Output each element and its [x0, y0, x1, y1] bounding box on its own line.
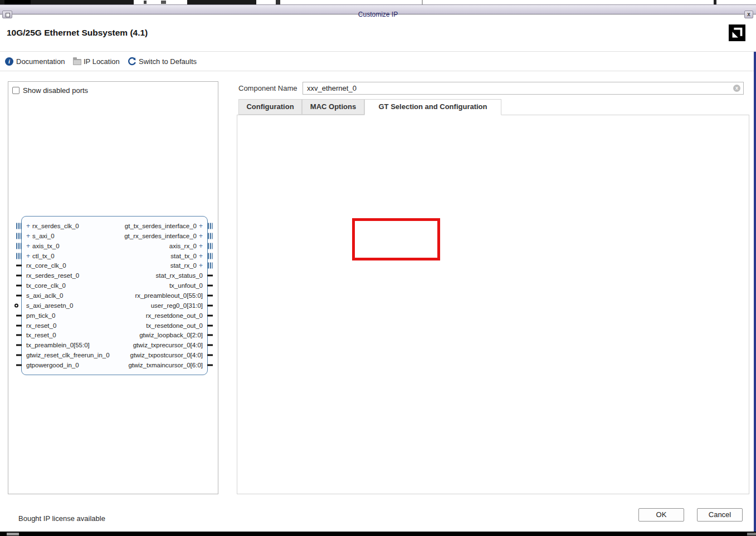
close-icon[interactable]: x — [744, 11, 753, 18]
left-port-stub-icon — [16, 265, 22, 267]
ip-symbol-panel: Show disabled ports +rx_serdes_clk_0+s_a… — [8, 81, 218, 494]
cancel-button[interactable]: Cancel — [697, 508, 743, 522]
right-port-stub-icon — [208, 243, 213, 249]
port-label: gtwiz_loopback_0[2:0] — [139, 332, 203, 338]
port-label: stat_tx_0 — [170, 253, 197, 259]
port-label: stat_rx_status_0 — [156, 272, 203, 279]
port-label: tx_resetdone_out_0 — [146, 322, 203, 329]
component-name-field[interactable]: x — [303, 82, 744, 95]
background-fragment — [7, 533, 19, 535]
port-row-tx_unfout_0: tx_unfout_0 — [22, 281, 207, 291]
right-port-stub-icon — [207, 315, 213, 317]
license-status-text: Bought IP license available — [18, 514, 105, 523]
port-label: gtwiz_txmaincursor_0[6:0] — [128, 362, 203, 368]
left-port-stub-icon — [16, 335, 22, 336]
port-row-gtwiz_txprecursor_0[4:0]: gtwiz_txprecursor_0[4:0] — [22, 340, 207, 350]
right-port-stub-icon — [208, 263, 213, 269]
port-row-gtwiz_txmaincursor_0[6:0]: gtwiz_txmaincursor_0[6:0] — [22, 360, 207, 370]
customize-ip-dialog: Customize IP x 10G/25G Ethernet Subsyste… — [0, 0, 756, 536]
background-fragment — [747, 533, 756, 535]
port-row-gt_rx_serdes_interface_0: gt_rx_serdes_interface_0+ — [22, 231, 207, 241]
right-port-stub-icon — [207, 285, 213, 287]
right-port-stub-icon — [207, 275, 213, 277]
divider — [0, 71, 756, 71]
port-label: axis_rx_0 — [169, 243, 197, 249]
clear-icon[interactable]: x — [733, 85, 740, 92]
background-fragment — [0, 0, 256, 4]
left-port-stub-icon — [16, 233, 21, 239]
port-label: gt_rx_serdes_interface_0 — [124, 233, 197, 239]
ip-block-diagram[interactable]: +rx_serdes_clk_0+s_axi_0+axis_tx_0+ctl_t… — [21, 216, 208, 375]
port-label: gt_tx_serdes_interface_0 — [125, 223, 197, 229]
port-label: rx_resetdone_out_0 — [146, 312, 203, 319]
left-port-stub-icon — [16, 345, 22, 346]
right-port-stub-icon — [207, 355, 213, 356]
background-fragment — [422, 0, 423, 4]
background-taskbar-strip — [0, 532, 756, 536]
port-label: user_reg0_0[31:0] — [151, 302, 203, 309]
dialog-titlebar[interactable]: Customize IP x — [0, 4, 756, 14]
left-port-stub-icon — [14, 304, 18, 308]
amd-logo-icon — [729, 24, 745, 41]
background-fragment — [144, 1, 166, 4]
right-port-stub-icon — [207, 325, 213, 327]
right-port-stub-icon — [207, 365, 213, 366]
left-port-stub-icon — [16, 365, 22, 366]
tab-gt-selection[interactable]: GT Selection and Configuration — [364, 99, 501, 115]
port-row-rx_preambleout_0[55:0]: rx_preambleout_0[55:0] — [22, 291, 207, 301]
right-port-stub-icon — [208, 223, 213, 229]
port-row-rx_resetdone_out_0: rx_resetdone_out_0 — [22, 311, 207, 321]
left-port-stub-icon — [16, 275, 22, 277]
expand-port-icon[interactable]: + — [199, 262, 203, 269]
component-name-label: Component Name — [238, 84, 297, 92]
port-row-gtwiz_txpostcursor_0[4:0]: gtwiz_txpostcursor_0[4:0] — [22, 350, 207, 360]
left-port-stub-icon — [16, 223, 21, 229]
expand-port-icon[interactable]: + — [199, 222, 203, 230]
port-row-tx_resetdone_out_0: tx_resetdone_out_0 — [22, 321, 207, 331]
port-row-gt_tx_serdes_interface_0: gt_tx_serdes_interface_0+ — [22, 221, 207, 231]
port-row-gtwiz_loopback_0[2:0]: gtwiz_loopback_0[2:0] — [22, 330, 207, 340]
right-ports: gt_tx_serdes_interface_0+gt_rx_serdes_in… — [22, 221, 207, 375]
background-window-edge — [754, 52, 756, 532]
documentation-button[interactable]: Documentation — [16, 57, 65, 66]
show-disabled-ports-label: Show disabled ports — [23, 86, 88, 95]
port-row-axis_rx_0: axis_rx_0+ — [22, 241, 207, 251]
expand-port-icon[interactable]: + — [199, 252, 203, 260]
port-label: tx_unfout_0 — [169, 282, 203, 289]
tab-mac-options[interactable]: MAC Options — [302, 99, 364, 115]
right-port-stub-icon — [208, 253, 213, 259]
port-label: gtwiz_txprecursor_0[4:0] — [133, 342, 203, 348]
tab-panel — [237, 115, 749, 494]
show-disabled-ports-checkbox[interactable] — [12, 87, 19, 94]
ip-title: 10G/25G Ethernet Subsystem (4.1) — [7, 28, 148, 38]
right-port-stub-icon — [207, 305, 213, 307]
switch-to-defaults-icon[interactable] — [128, 57, 136, 66]
right-port-stub-icon — [207, 345, 213, 346]
left-port-stub-icon — [16, 253, 21, 259]
documentation-icon[interactable]: i — [5, 57, 13, 66]
background-fragment — [4, 0, 31, 4]
expand-port-icon[interactable]: + — [199, 232, 203, 240]
right-port-stub-icon — [207, 295, 213, 297]
switch-to-defaults-button[interactable]: Switch to Defaults — [139, 57, 197, 66]
ip-location-folder-icon[interactable] — [73, 59, 81, 65]
left-port-stub-icon — [16, 325, 22, 327]
right-port-stub-icon — [207, 335, 213, 336]
port-row-user_reg0_0[31:0]: user_reg0_0[31:0] — [22, 301, 207, 311]
tab-configuration[interactable]: Configuration — [238, 99, 302, 115]
expand-port-icon[interactable]: + — [199, 242, 203, 250]
dialog-title: Customize IP — [0, 11, 756, 18]
ok-button[interactable]: OK — [638, 508, 684, 522]
port-label: rx_preambleout_0[55:0] — [135, 292, 203, 299]
left-port-stub-icon — [16, 295, 22, 297]
port-row-stat_tx_0: stat_tx_0+ — [22, 251, 207, 261]
left-port-stub-icon — [16, 315, 22, 317]
component-name-input[interactable] — [303, 82, 743, 94]
background-app-strip — [0, 0, 756, 4]
port-label: stat_rx_0 — [170, 262, 197, 269]
highlight-annotation-box — [352, 218, 440, 260]
divider — [0, 51, 756, 52]
left-port-stub-icon — [16, 285, 22, 287]
background-fragment — [276, 0, 280, 4]
ip-location-button[interactable]: IP Location — [84, 57, 120, 66]
